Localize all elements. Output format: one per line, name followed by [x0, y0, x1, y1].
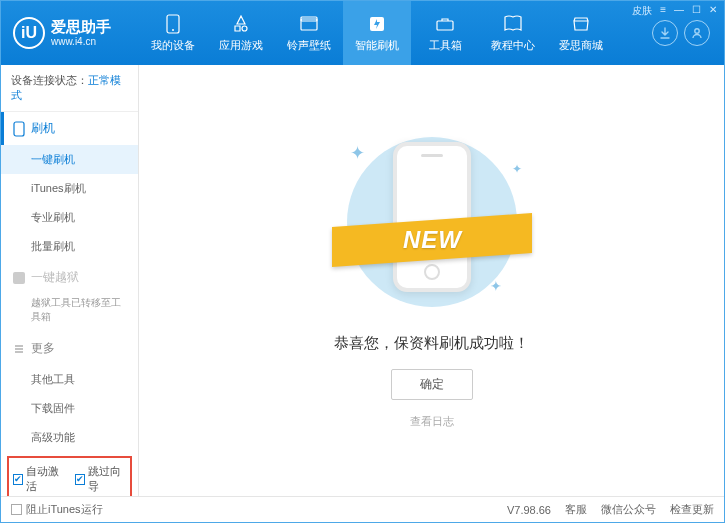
option-label: 自动激活: [26, 464, 65, 494]
sparkle-icon: ✦: [490, 278, 502, 294]
success-illustration: NEW ✦ ✦ ✦: [342, 132, 522, 312]
wallet-icon: [299, 14, 319, 34]
toolbox-icon: [435, 14, 455, 34]
connection-status: 设备连接状态：正常模式: [1, 65, 138, 112]
options-highlight: ✔自动激活 ✔跳过向导: [7, 456, 132, 496]
app-header: iU 爱思助手 www.i4.cn 我的设备 应用游戏 铃声壁纸 智能刷机 工具…: [1, 1, 724, 65]
logo-area: iU 爱思助手 www.i4.cn: [9, 17, 139, 49]
checkbox-empty-icon: [11, 504, 22, 515]
customer-service-link[interactable]: 客服: [565, 502, 587, 517]
confirm-button[interactable]: 确定: [391, 369, 473, 400]
nav-toolbox[interactable]: 工具箱: [411, 1, 479, 65]
app-url: www.i4.cn: [51, 36, 111, 47]
section-label: 刷机: [31, 120, 55, 137]
shop-icon: [571, 14, 591, 34]
auto-activate-checkbox[interactable]: ✔自动激活: [13, 464, 65, 494]
svg-point-1: [172, 29, 174, 31]
nav-tutorials[interactable]: 教程中心: [479, 1, 547, 65]
flash-icon: [367, 14, 387, 34]
phone-illustration-icon: [393, 142, 471, 292]
section-label: 一键越狱: [31, 269, 79, 286]
checkbox-checked-icon: ✔: [75, 474, 85, 485]
nav-label: 我的设备: [151, 38, 195, 53]
sidebar-item-download-firmware[interactable]: 下载固件: [1, 394, 138, 423]
sidebar-section-flash[interactable]: 刷机: [1, 112, 138, 145]
block-itunes-checkbox[interactable]: 阻止iTunes运行: [11, 502, 103, 517]
check-update-link[interactable]: 检查更新: [670, 502, 714, 517]
main-content: NEW ✦ ✦ ✦ 恭喜您，保资料刷机成功啦！ 确定 查看日志: [139, 65, 724, 496]
version-label: V7.98.66: [507, 504, 551, 516]
nav-smart-flash[interactable]: 智能刷机: [343, 1, 411, 65]
nav-label: 铃声壁纸: [287, 38, 331, 53]
lock-icon: [13, 272, 25, 284]
nav-label: 应用游戏: [219, 38, 263, 53]
sidebar-item-pro-flash[interactable]: 专业刷机: [1, 203, 138, 232]
minimize-button[interactable]: —: [674, 4, 684, 18]
checkbox-checked-icon: ✔: [13, 474, 23, 485]
nav-label: 爱思商城: [559, 38, 603, 53]
svg-rect-5: [437, 21, 453, 30]
skin-button[interactable]: 皮肤: [632, 4, 652, 18]
phone-small-icon: [13, 121, 25, 137]
nav-label: 智能刷机: [355, 38, 399, 53]
nav-label: 工具箱: [429, 38, 462, 53]
nav-apps[interactable]: 应用游戏: [207, 1, 275, 65]
phone-icon: [163, 14, 183, 34]
view-log-link[interactable]: 查看日志: [410, 414, 454, 429]
sidebar-item-batch-flash[interactable]: 批量刷机: [1, 232, 138, 261]
app-name: 爱思助手: [51, 19, 111, 36]
user-button[interactable]: [684, 20, 710, 46]
sidebar-item-advanced[interactable]: 高级功能: [1, 423, 138, 452]
ribbon-text: NEW: [402, 226, 461, 254]
footer-label: 阻止iTunes运行: [26, 502, 103, 517]
sidebar-item-other-tools[interactable]: 其他工具: [1, 365, 138, 394]
list-icon: [13, 343, 25, 355]
nav-my-device[interactable]: 我的设备: [139, 1, 207, 65]
sidebar: 设备连接状态：正常模式 刷机 一键刷机 iTunes刷机 专业刷机 批量刷机 一…: [1, 65, 139, 496]
close-button[interactable]: ✕: [709, 4, 717, 18]
footer: 阻止iTunes运行 V7.98.66 客服 微信公众号 检查更新: [1, 496, 724, 522]
status-label: 设备连接状态：: [11, 74, 88, 86]
svg-rect-7: [14, 122, 24, 136]
nav-shop[interactable]: 爱思商城: [547, 1, 615, 65]
section-label: 更多: [31, 340, 55, 357]
titlebar-controls: 皮肤 ≡ — ☐ ✕: [632, 4, 717, 18]
apps-icon: [231, 14, 251, 34]
menu-button[interactable]: ≡: [660, 4, 666, 18]
sparkle-icon: ✦: [512, 162, 522, 176]
success-message: 恭喜您，保资料刷机成功啦！: [334, 334, 529, 353]
wechat-link[interactable]: 微信公众号: [601, 502, 656, 517]
nav-ringtones[interactable]: 铃声壁纸: [275, 1, 343, 65]
sidebar-item-itunes-flash[interactable]: iTunes刷机: [1, 174, 138, 203]
book-icon: [503, 14, 523, 34]
sidebar-section-jailbreak: 一键越狱: [1, 261, 138, 294]
logo-icon: iU: [13, 17, 45, 49]
skip-guide-checkbox[interactable]: ✔跳过向导: [75, 464, 127, 494]
sidebar-section-more[interactable]: 更多: [1, 332, 138, 365]
download-button[interactable]: [652, 20, 678, 46]
maximize-button[interactable]: ☐: [692, 4, 701, 18]
top-nav: 我的设备 应用游戏 铃声壁纸 智能刷机 工具箱 教程中心 爱思商城: [139, 1, 652, 65]
option-label: 跳过向导: [88, 464, 127, 494]
jailbreak-note: 越狱工具已转移至工具箱: [1, 294, 138, 332]
nav-label: 教程中心: [491, 38, 535, 53]
sidebar-item-oneclick-flash[interactable]: 一键刷机: [1, 145, 138, 174]
svg-point-6: [695, 29, 699, 33]
sparkle-icon: ✦: [350, 142, 365, 164]
